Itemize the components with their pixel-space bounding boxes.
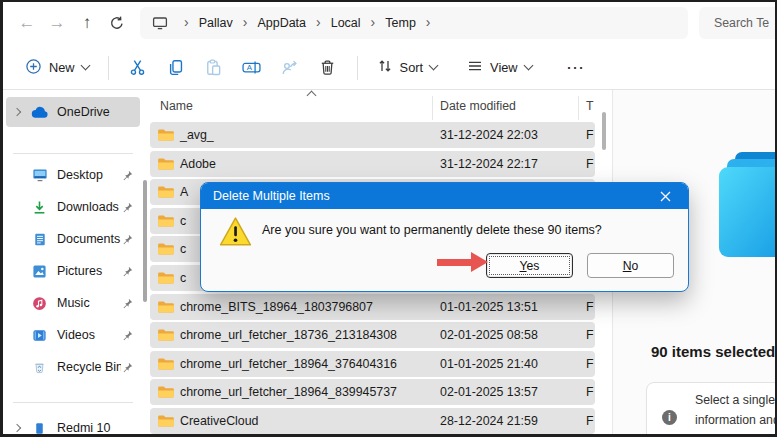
pin-icon [121, 297, 134, 310]
sidebar-item-videos[interactable]: Videos [6, 320, 140, 350]
sidebar-item-music[interactable]: Music [6, 288, 140, 318]
pin-icon [121, 169, 134, 182]
sidebar-scrollbar[interactable] [143, 180, 147, 302]
folder-icon [157, 300, 175, 317]
rename-icon[interactable]: A [233, 51, 271, 85]
this-pc-icon[interactable] [150, 15, 169, 32]
toolbar-divider [108, 56, 109, 80]
column-divider[interactable] [432, 96, 433, 120]
sidebar-item-onedrive[interactable]: OneDrive [6, 97, 140, 127]
file-type: F [586, 379, 594, 405]
sidebar-item-label: Pictures [57, 264, 121, 278]
back-icon[interactable]: ← [12, 8, 42, 38]
file-name: c [180, 208, 186, 234]
yes-button[interactable]: Yes [486, 253, 573, 278]
paste-icon[interactable] [195, 51, 233, 85]
up-icon[interactable]: ↑ [72, 8, 102, 38]
sidebar-item-label: Desktop [57, 168, 121, 182]
info-text: Select a single file information and sha… [695, 391, 777, 437]
svg-text:A: A [247, 63, 253, 72]
sidebar-item-recycle-bin[interactable]: Recycle Bin [6, 352, 140, 382]
recycle-bin-icon [30, 359, 49, 376]
file-date: 31-12-2024 22:03 [440, 122, 538, 148]
file-list-scrollbar[interactable] [602, 112, 606, 150]
table-row[interactable]: CreativeCloud 28-12-2024 21:59 F [150, 408, 595, 434]
sidebar-item-label: OneDrive [57, 105, 134, 119]
desktop-icon [30, 167, 49, 184]
view-button[interactable]: View [458, 51, 541, 85]
folder-icon [157, 385, 175, 402]
table-row[interactable]: chrome_BITS_18964_1803796807 01-01-2025 … [150, 294, 595, 320]
column-header-name[interactable]: Name [160, 99, 193, 113]
chevron-right-icon[interactable] [13, 108, 21, 116]
dialog-title: Delete Multiple Items [213, 189, 330, 203]
file-date: 28-12-2024 21:59 [440, 408, 538, 434]
breadcrumb-item-appdata[interactable]: AppData [254, 14, 309, 32]
table-row[interactable]: Adobe 31-12-2024 22:17 F [150, 151, 595, 177]
file-name: CreativeCloud [180, 408, 259, 434]
folder-icon [157, 414, 175, 431]
no-button[interactable]: No [587, 253, 674, 278]
folder-icon [157, 357, 175, 374]
delete-icon[interactable] [309, 51, 347, 85]
forward-icon[interactable]: → [42, 8, 72, 38]
column-header-date-modified[interactable]: Date modified [440, 99, 516, 113]
search-input[interactable]: Search Te [699, 7, 777, 39]
file-name: c [180, 265, 186, 291]
selected-folders-stack-icon [719, 152, 777, 262]
info-icon: i [662, 410, 677, 425]
folder-icon [157, 328, 175, 345]
documents-icon [30, 231, 49, 248]
command-toolbar: New A Sort [0, 46, 777, 90]
breadcrumb-item-local[interactable]: Local [328, 14, 364, 32]
file-name: c [180, 236, 186, 262]
column-divider[interactable] [578, 96, 579, 120]
breadcrumb-item-pallav[interactable]: Pallav [196, 14, 236, 32]
sidebar-item-desktop[interactable]: Desktop [6, 160, 140, 190]
copy-icon[interactable] [157, 51, 195, 85]
refresh-icon[interactable] [102, 8, 132, 38]
table-row[interactable]: chrome_url_fetcher_18964_839945737 02-01… [150, 379, 595, 405]
more-options-button[interactable]: … [557, 51, 595, 85]
table-row[interactable]: _avg_ 31-12-2024 22:03 F [150, 122, 595, 148]
table-row[interactable]: chrome_url_fetcher_18736_213184308 02-01… [150, 322, 595, 348]
navigation-bar: ← → ↑ › Pallav › AppData › Local › Temp … [0, 0, 777, 46]
phone-icon [30, 420, 49, 437]
navigation-pane: OneDrive Desktop Downloads [3, 90, 143, 434]
videos-icon [30, 327, 49, 344]
music-icon [30, 295, 49, 312]
table-row[interactable]: chrome_url_fetcher_18964_376404316 01-01… [150, 351, 595, 377]
info-box: i Select a single file information and s… [646, 382, 777, 437]
sidebar-divider [13, 153, 133, 154]
sidebar-item-downloads[interactable]: Downloads [6, 192, 140, 222]
close-icon[interactable] [654, 186, 676, 206]
file-type: F [586, 351, 594, 377]
cut-icon[interactable] [119, 51, 157, 85]
sort-button-label: Sort [400, 60, 423, 75]
chevron-down-icon [523, 61, 533, 71]
column-header-type[interactable]: T [586, 99, 594, 113]
toolbar-divider [357, 56, 358, 80]
new-button[interactable]: New [16, 51, 98, 85]
breadcrumb: › Pallav › AppData › Local › Temp › [140, 7, 688, 39]
dialog-message: Are you sure you want to permanently del… [262, 223, 602, 237]
sort-button[interactable]: Sort [368, 51, 446, 85]
red-arrow-annotation [437, 259, 472, 266]
chevron-down-icon [429, 61, 439, 71]
new-button-label: New [49, 60, 75, 75]
no-button-label: No [623, 259, 639, 273]
file-name: A [180, 179, 188, 205]
folder-icon [157, 128, 175, 145]
file-date: 01-01-2025 13:51 [440, 294, 538, 320]
breadcrumb-chevron-icon: › [371, 14, 376, 30]
chevron-down-icon [80, 61, 90, 71]
sidebar-item-documents[interactable]: Documents [6, 224, 140, 254]
share-icon[interactable] [271, 51, 309, 85]
sort-ascending-icon [307, 91, 317, 101]
sidebar-item-pictures[interactable]: Pictures [6, 256, 140, 286]
plus-circle-icon [25, 58, 42, 78]
breadcrumb-item-temp[interactable]: Temp [382, 14, 419, 32]
file-explorer-window: ← → ↑ › Pallav › AppData › Local › Temp … [0, 0, 777, 437]
sidebar-item-redmi-10[interactable]: Redmi 10 [6, 413, 140, 437]
chevron-right-icon[interactable] [13, 424, 21, 432]
